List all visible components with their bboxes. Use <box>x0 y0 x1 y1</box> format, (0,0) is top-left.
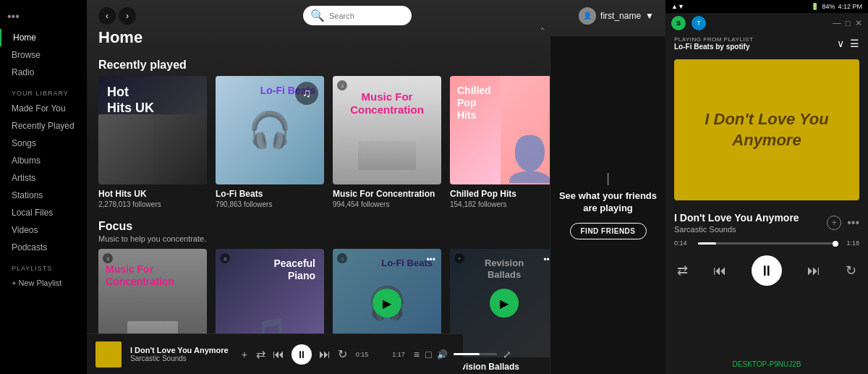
peaceful-badge: ♫ <box>220 253 230 263</box>
sidebar-item-radio[interactable]: Radio <box>0 64 87 81</box>
album-art-large: I Don't Love You Anymore <box>674 59 859 200</box>
card-chilled-pop-hits[interactable]: ChilledPopHits 👤 Chilled Pop Hits 154,18… <box>450 76 558 208</box>
chilled-image-text: ChilledPopHits <box>457 85 491 121</box>
fullscreen-icon[interactable]: ⤢ <box>503 349 511 360</box>
lofi-focus-more-icon[interactable]: ••• <box>426 255 435 265</box>
card-music-for-concentration[interactable]: ♫ Music ForConcentration Music For Conce… <box>333 76 441 208</box>
shuffle-button[interactable]: ⇄ <box>677 263 688 279</box>
bottom-prev-button[interactable]: ⏮ <box>273 348 284 361</box>
mfc-title: Music For Concentration <box>333 189 441 199</box>
sidebar-item-local-files[interactable]: Local Files <box>0 204 87 221</box>
bottom-shuffle-button[interactable]: ⇄ <box>256 347 265 361</box>
track-artist: Sarcastic Sounds <box>674 225 799 234</box>
play-pause-button[interactable]: ⏸ <box>752 255 782 286</box>
sidebar-dots-menu[interactable]: ••• <box>0 7 87 29</box>
card-lofi-beats[interactable]: Lo-Fi Beats 🎧 ♫ Lo-Fi Beats 790,863 foll… <box>216 76 324 208</box>
hot-hits-uk-title: Hot Hits UK <box>98 189 207 199</box>
progress-bar-wrapper: 0:14 1:18 <box>674 239 859 247</box>
bottom-play-pause-button[interactable]: ⏸ <box>292 344 312 365</box>
volume-bar[interactable] <box>454 353 497 355</box>
volume-fill <box>454 353 480 355</box>
album-art-text: I Don't Love You Anymore <box>674 102 859 158</box>
sidebar-item-made-for-you[interactable]: Made For You <box>0 100 87 117</box>
bottom-player: I Don't Love You Anymore Sarcastic Sound… <box>87 333 463 374</box>
status-bar: ▲▼ 🔋 84% 4:12 PM <box>665 0 868 13</box>
playing-from-name: Lo-Fi Beats by spotify <box>674 43 753 51</box>
revision-play-button[interactable]: ▶ <box>490 289 519 318</box>
scroll-up-icon[interactable]: ⌃ <box>539 26 546 36</box>
lyrics-icon[interactable]: ≡ <box>414 349 420 360</box>
sidebar-videos-label: Videos <box>12 225 38 235</box>
add-to-library-button[interactable]: + <box>827 216 841 230</box>
lofi-focus-play-button[interactable]: ▶ <box>373 289 401 318</box>
menu-icon[interactable]: ☰ <box>850 38 859 49</box>
bottom-right-controls: ≡ □ 🔊 ⤢ <box>414 349 512 360</box>
track-title: I Don't Love You Anymore <box>674 212 799 224</box>
nav-back-button[interactable]: ‹ <box>98 7 116 25</box>
bottom-album-art <box>95 341 122 367</box>
bottom-next-button[interactable]: ⏭ <box>319 348 331 361</box>
search-input[interactable] <box>329 12 404 20</box>
hot-hits-uk-subtitle: 2,278,013 followers <box>98 200 207 208</box>
sidebar-item-home[interactable]: Home <box>0 29 87 46</box>
device-icon[interactable]: □ <box>425 349 431 360</box>
sidebar-item-recently-played[interactable]: Recently Played <box>0 117 87 135</box>
mfc-image: ♫ Music ForConcentration <box>333 76 441 184</box>
sidebar-stations-label: Stations <box>12 190 43 200</box>
nav-arrows: ‹ › <box>98 7 136 25</box>
battery-percent: 84% <box>822 3 835 10</box>
status-signal: ▲▼ <box>671 3 684 10</box>
more-options-button[interactable]: ••• <box>847 216 859 229</box>
close-button[interactable]: ✕ <box>855 18 862 28</box>
next-button[interactable]: ⏭ <box>807 263 820 279</box>
sidebar-item-stations[interactable]: Stations <box>0 187 87 204</box>
hot-hits-uk-image-text: HotHits UK <box>107 85 154 116</box>
lofi-beats-subtitle: 790,863 followers <box>216 200 324 208</box>
chevron-down-icon: ▼ <box>645 11 654 21</box>
sidebar-item-browse[interactable]: Browse <box>0 46 87 64</box>
sidebar-browse-label: Browse <box>12 50 41 60</box>
bottom-add-button[interactable]: + <box>242 349 247 360</box>
volume-icon[interactable]: 🔊 <box>437 349 448 360</box>
track-actions: + ••• <box>827 216 859 230</box>
minimize-button[interactable]: — <box>833 18 841 28</box>
bottom-repeat-button[interactable]: ↻ <box>338 347 347 361</box>
chilled-image: ChilledPopHits 👤 <box>450 76 558 184</box>
revision-image: + RevisionBallads ▶ ••• <box>450 249 558 357</box>
progress-bar[interactable] <box>698 242 835 245</box>
playing-from-label: PLAYING FROM PLAYLIST <box>674 36 753 43</box>
sidebar-item-podcasts[interactable]: Podcasts <box>0 239 87 256</box>
sidebar-item-songs[interactable]: Songs <box>0 135 87 152</box>
new-playlist-button[interactable]: + New Playlist <box>0 275 87 291</box>
find-friends-button[interactable]: FIND FRIENDS <box>570 223 647 239</box>
username-label: first_name <box>600 11 641 21</box>
focus-title: Focus <box>98 220 206 234</box>
card-hot-hits-uk[interactable]: HotHits UK Hot Hits UK 2,278,013 followe… <box>98 76 207 208</box>
now-playing-panel: ▲▼ 🔋 84% 4:12 PM S T — □ ✕ PLAYING FROM … <box>665 0 868 374</box>
revision-title: Revision Ballads <box>450 362 558 372</box>
prev-button[interactable]: ⏮ <box>713 263 726 279</box>
bottom-track-title: I Don't Love You Anymore <box>130 346 229 354</box>
clock: 4:12 PM <box>838 3 862 10</box>
your-library-label: YOUR LIBRARY <box>0 81 87 100</box>
bottom-controls: ⇄ ⏮ ⏸ ⏭ ↻ <box>256 344 347 365</box>
sidebar-item-videos[interactable]: Videos <box>0 221 87 239</box>
sidebar-item-artists[interactable]: Artists <box>0 169 87 187</box>
sidebar-home-label: Home <box>13 33 36 43</box>
mfc-badge: ♫ <box>337 80 347 90</box>
mfc-subtitle: 994,454 followers <box>333 200 441 208</box>
chevron-down-icon[interactable]: ∨ <box>837 38 844 49</box>
repeat-button[interactable]: ↻ <box>846 263 856 279</box>
main-header: ‹ › 🔍 👤 first_name ▼ <box>87 0 665 25</box>
avatar: 👤 <box>579 7 596 25</box>
battery-icon: 🔋 <box>811 3 819 10</box>
nav-forward-button[interactable]: › <box>119 7 136 25</box>
revision-play-overlay: ▶ <box>450 249 558 357</box>
user-profile[interactable]: 👤 first_name ▼ <box>579 7 654 25</box>
bottom-track-info: I Don't Love You Anymore Sarcastic Sound… <box>130 346 229 362</box>
sidebar-podcasts-label: Podcasts <box>12 242 47 252</box>
search-bar[interactable]: 🔍 <box>303 6 412 25</box>
maximize-button[interactable]: □ <box>846 18 851 28</box>
sidebar-item-albums[interactable]: Albums <box>0 152 87 169</box>
focus-subtitle: Music to help you concentrate. <box>98 234 206 243</box>
